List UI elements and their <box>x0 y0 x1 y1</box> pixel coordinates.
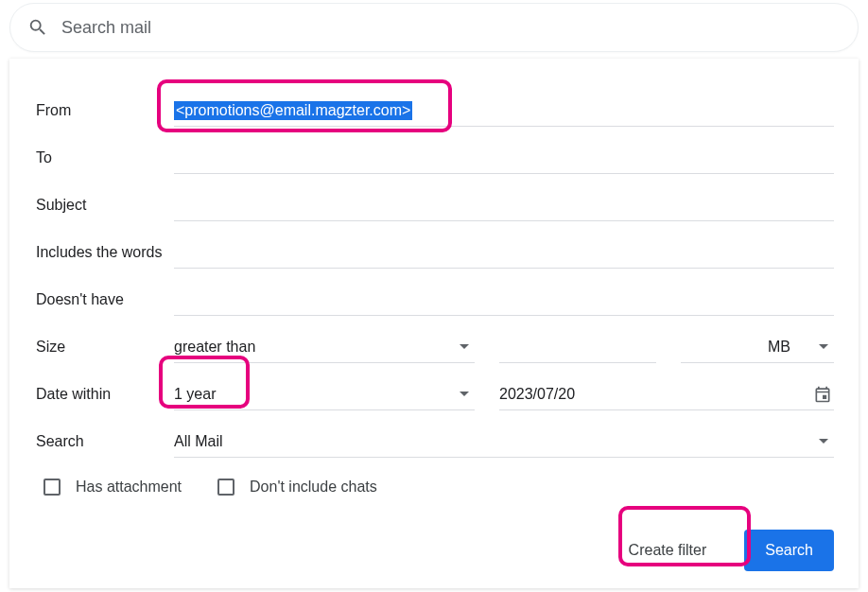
label-subject: Subject <box>36 197 174 214</box>
row-size: Size greater than MB <box>36 323 834 371</box>
from-value-selected: <promotions@email.magzter.com> <box>174 101 412 120</box>
size-unit-value: MB <box>768 339 790 356</box>
search-bar[interactable]: Search mail <box>9 3 859 52</box>
row-from: From <promotions@email.magzter.com> <box>36 87 834 134</box>
date-range-value: 1 year <box>174 386 216 403</box>
search-options-panel: From <promotions@email.magzter.com> To S… <box>9 59 859 588</box>
size-unit-select[interactable]: MB <box>681 331 834 363</box>
chevron-down-icon <box>819 344 828 349</box>
row-search-scope: Search All Mail <box>36 418 834 465</box>
date-value: 2023/07/20 <box>499 386 575 403</box>
create-filter-button[interactable]: Create filter <box>608 530 728 571</box>
to-field[interactable] <box>174 142 834 174</box>
label-search-scope: Search <box>36 433 174 450</box>
chevron-down-icon <box>460 392 469 396</box>
size-value-field[interactable] <box>499 331 656 363</box>
no-chats-label: Don't include chats <box>250 479 377 496</box>
size-operator-value: greater than <box>174 339 255 356</box>
label-from: From <box>36 102 174 119</box>
date-range-select[interactable]: 1 year <box>174 378 475 410</box>
date-field[interactable]: 2023/07/20 <box>499 378 834 410</box>
doesnt-have-field[interactable] <box>174 284 834 316</box>
search-scope-select[interactable]: All Mail <box>174 426 834 458</box>
has-attachment-label: Has attachment <box>76 479 182 496</box>
search-button[interactable]: Search <box>744 530 834 571</box>
row-includes: Includes the words <box>36 229 834 276</box>
chevron-down-icon <box>819 439 828 444</box>
subject-field[interactable] <box>174 189 834 221</box>
row-date-within: Date within 1 year 2023/07/20 <box>36 371 834 418</box>
search-icon <box>27 17 48 38</box>
calendar-icon[interactable] <box>813 385 832 404</box>
row-checkboxes: Has attachment Don't include chats <box>36 479 834 496</box>
search-placeholder: Search mail <box>61 18 151 38</box>
includes-field[interactable] <box>174 236 834 269</box>
chevron-down-icon <box>460 344 469 349</box>
from-field[interactable]: <promotions@email.magzter.com> <box>174 95 834 127</box>
has-attachment-checkbox[interactable] <box>43 479 61 496</box>
label-to: To <box>36 149 174 166</box>
no-chats-checkbox[interactable] <box>217 479 234 496</box>
row-to: To <box>36 134 834 182</box>
panel-footer: Create filter Search <box>608 530 834 571</box>
label-date-within: Date within <box>36 386 174 403</box>
label-doesnt-have: Doesn't have <box>36 291 174 308</box>
row-subject: Subject <box>36 182 834 229</box>
search-scope-value: All Mail <box>174 433 223 450</box>
label-size: Size <box>36 339 174 356</box>
row-doesnt-have: Doesn't have <box>36 276 834 323</box>
size-operator-select[interactable]: greater than <box>174 331 475 363</box>
label-includes: Includes the words <box>36 244 174 261</box>
